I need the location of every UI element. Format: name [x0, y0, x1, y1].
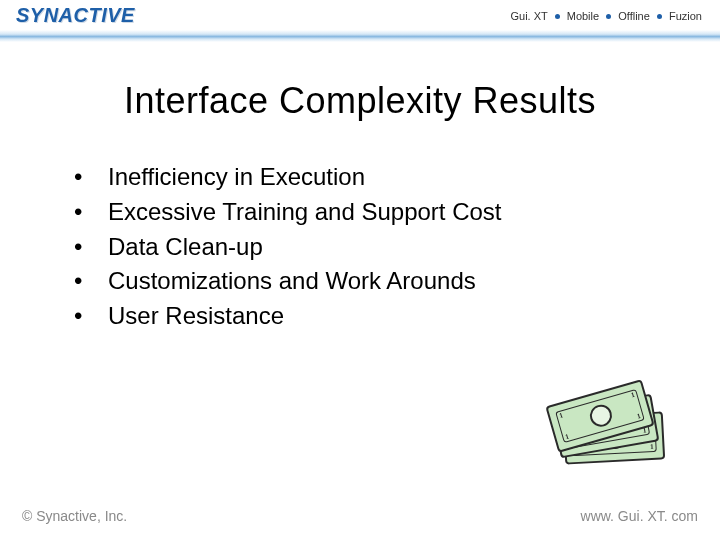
list-item: •Inefficiency in Execution [74, 160, 634, 195]
product-item: Offline [618, 10, 650, 22]
separator-dot-icon [555, 14, 560, 19]
list-item: •User Resistance [74, 299, 634, 334]
copyright-text: © Synactive, Inc. [22, 508, 127, 524]
product-item: Mobile [567, 10, 599, 22]
brand-logo: SYNACTIVE [16, 4, 135, 27]
separator-dot-icon [657, 14, 662, 19]
list-item-text: Excessive Training and Support Cost [108, 195, 502, 230]
separator-dot-icon [606, 14, 611, 19]
bullet-marker-icon: • [74, 195, 108, 230]
list-item-text: Customizations and Work Arounds [108, 264, 476, 299]
bullet-marker-icon: • [74, 230, 108, 265]
footer-url: www. Gui. XT. com [581, 508, 698, 524]
slide-title: Interface Complexity Results [0, 80, 720, 122]
list-item: •Excessive Training and Support Cost [74, 195, 634, 230]
bullet-marker-icon: • [74, 299, 108, 334]
product-item: Fuzion [669, 10, 702, 22]
list-item: •Data Clean-up [74, 230, 634, 265]
bullet-marker-icon: • [74, 160, 108, 195]
bullet-list: •Inefficiency in Execution •Excessive Tr… [74, 160, 634, 334]
money-stack-icon: 1111 1111 1111 [550, 388, 670, 468]
product-item: Gui. XT [511, 10, 548, 22]
header-divider-bar [0, 30, 720, 42]
product-list: Gui. XT Mobile Offline Fuzion [511, 10, 703, 22]
list-item-text: Data Clean-up [108, 230, 263, 265]
list-item-text: User Resistance [108, 299, 284, 334]
bullet-marker-icon: • [74, 264, 108, 299]
slide-header: SYNACTIVE Gui. XT Mobile Offline Fuzion [0, 0, 720, 44]
list-item-text: Inefficiency in Execution [108, 160, 365, 195]
slide: SYNACTIVE Gui. XT Mobile Offline Fuzion … [0, 0, 720, 540]
list-item: •Customizations and Work Arounds [74, 264, 634, 299]
